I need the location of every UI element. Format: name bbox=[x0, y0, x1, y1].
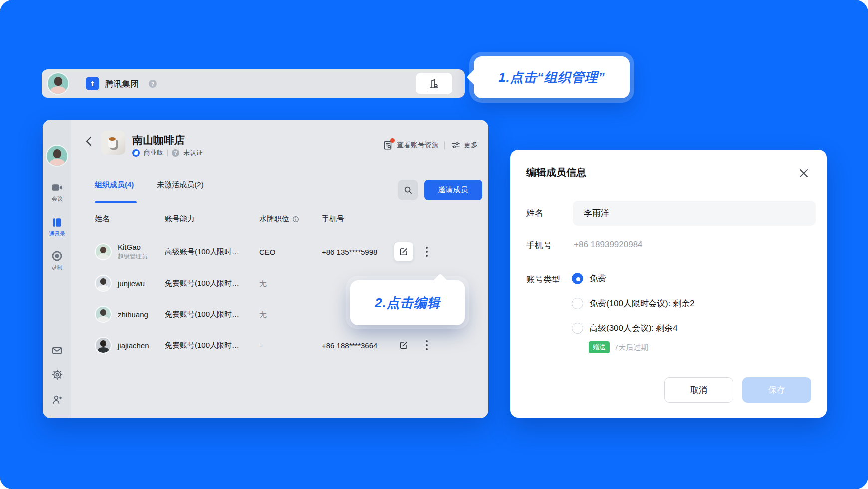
name-input[interactable]: 李雨洋 bbox=[573, 201, 816, 226]
app-sidebar: 会议 通讯录 录制 bbox=[43, 120, 71, 418]
member-ability: 高级账号(100人限时… bbox=[165, 247, 259, 257]
org-badges: 商业版 ? 未认证 bbox=[132, 148, 203, 157]
radio-selected-icon[interactable] bbox=[572, 273, 583, 284]
edit-member-dialog: 编辑成员信息 姓名 李雨洋 手机号 +86 18939920984 账号类型 免… bbox=[510, 150, 827, 418]
sidebar-item-meeting[interactable]: 会议 bbox=[43, 181, 71, 203]
edit-member-button[interactable] bbox=[394, 242, 413, 261]
gear-icon bbox=[51, 369, 63, 381]
header-name: 姓名 bbox=[95, 214, 165, 224]
active-tab-underline bbox=[95, 201, 137, 203]
tab-inactive-members[interactable]: 未激活成员(2) bbox=[157, 180, 203, 190]
coffee-avatar bbox=[101, 131, 125, 155]
view-resources-label: 查看账号资源 bbox=[397, 141, 438, 150]
sidebar-mail-button[interactable] bbox=[43, 345, 71, 356]
table-row: zhihuang 免费账号(100人限时… 无 bbox=[95, 300, 394, 328]
view-account-resources-button[interactable]: 查看账号资源 bbox=[383, 140, 438, 151]
kebab-menu-button[interactable] bbox=[421, 336, 432, 355]
header-phone: 手机号 bbox=[322, 214, 394, 224]
back-button[interactable] bbox=[84, 135, 95, 148]
app-background: 腾讯集团 ? 1.点击“组织管理” 会议 bbox=[0, 0, 868, 489]
radio-option-free[interactable]: 免费 bbox=[572, 273, 606, 284]
save-button[interactable]: 保存 bbox=[742, 377, 811, 403]
radio-option-premium[interactable]: 高级(300人会议): 剩余4 bbox=[572, 323, 678, 334]
tooltip-step2: 2.点击编辑 bbox=[350, 280, 465, 325]
edit-member-button[interactable] bbox=[394, 336, 413, 355]
edit-icon bbox=[399, 247, 409, 257]
radio-option-label: 免费 bbox=[589, 273, 606, 284]
org-name: 腾讯集团 bbox=[105, 78, 139, 90]
divider bbox=[444, 141, 445, 149]
divider bbox=[167, 150, 168, 156]
member-position: 无 bbox=[259, 279, 322, 288]
camera-icon bbox=[51, 181, 63, 194]
header-actions: 查看账号资源 更多 bbox=[383, 140, 478, 151]
dialog-title: 编辑成员信息 bbox=[526, 166, 586, 179]
doc-search-icon bbox=[383, 140, 394, 151]
radio-unselected-icon[interactable] bbox=[572, 298, 583, 309]
invite-member-button[interactable]: 邀请成员 bbox=[424, 180, 482, 200]
organization-management-button[interactable] bbox=[416, 73, 452, 94]
kebab-icon bbox=[425, 246, 428, 257]
table-row: junjiewu 免费账号(100人限时… 无 bbox=[95, 269, 394, 298]
kebab-icon bbox=[425, 340, 428, 351]
search-icon bbox=[403, 185, 413, 195]
gift-badge: 赠送 bbox=[589, 341, 610, 353]
top-bar: 腾讯集团 ? bbox=[42, 69, 465, 98]
back-icon bbox=[84, 135, 95, 148]
sidebar-settings-button[interactable] bbox=[43, 369, 71, 381]
more-button[interactable]: 更多 bbox=[451, 140, 478, 150]
user-avatar[interactable] bbox=[47, 72, 69, 95]
kebab-menu-button[interactable] bbox=[421, 242, 432, 261]
member-phone: +86 188****3664 bbox=[322, 341, 394, 350]
main-window: 会议 通讯录 录制 bbox=[43, 120, 488, 418]
info-icon[interactable] bbox=[292, 215, 300, 223]
notification-dot bbox=[390, 138, 395, 143]
account-type-label: 账号类型 bbox=[526, 274, 560, 285]
verify-badge: 未认证 bbox=[183, 148, 203, 157]
member-avatar bbox=[95, 306, 112, 323]
business-version-icon bbox=[132, 149, 140, 157]
phone-value: +86 18939920984 bbox=[574, 240, 643, 250]
tooltip-step1: 1.点击“组织管理” bbox=[474, 56, 630, 98]
radio-option-label: 免费(100人限时会议): 剩余2 bbox=[589, 298, 695, 309]
radio-option-label: 高级(300人会议): 剩余4 bbox=[589, 323, 678, 334]
member-name: jiajiachen bbox=[118, 341, 149, 350]
tab-org-members[interactable]: 组织成员(4) bbox=[95, 180, 134, 190]
organization-icon bbox=[428, 77, 440, 90]
member-role: 超级管理员 bbox=[118, 252, 148, 261]
edit-icon bbox=[399, 340, 409, 350]
radio-option-free-limited[interactable]: 免费(100人限时会议): 剩余2 bbox=[572, 298, 695, 309]
page-title: 南山咖啡店 bbox=[132, 133, 185, 147]
sidebar-switch-account-button[interactable] bbox=[43, 394, 71, 406]
cancel-button[interactable]: 取消 bbox=[664, 377, 733, 403]
member-ability: 免费账号(100人限时… bbox=[165, 341, 259, 350]
radio-unselected-icon[interactable] bbox=[572, 323, 583, 334]
member-name: KitGao bbox=[118, 243, 148, 251]
member-position: CEO bbox=[259, 248, 322, 256]
phone-field-label: 手机号 bbox=[526, 240, 552, 251]
sidebar-item-recording[interactable]: 录制 bbox=[43, 250, 71, 271]
mail-icon bbox=[51, 345, 63, 356]
member-phone: +86 135****5998 bbox=[322, 248, 394, 256]
member-ability: 免费账号(100人限时… bbox=[165, 279, 259, 288]
sidebar-item-label: 录制 bbox=[52, 264, 63, 271]
name-field-label: 姓名 bbox=[526, 207, 543, 219]
close-icon bbox=[798, 167, 810, 179]
sidebar-item-label: 会议 bbox=[52, 195, 63, 203]
member-name: junjiewu bbox=[118, 279, 145, 288]
more-label: 更多 bbox=[464, 141, 478, 150]
member-avatar bbox=[95, 243, 112, 260]
member-avatar bbox=[95, 337, 112, 354]
dialog-close-button[interactable] bbox=[798, 167, 810, 179]
table-row: KitGao 超级管理员 高级账号(100人限时… CEO +86 135***… bbox=[95, 237, 432, 266]
unverified-seal-icon: ? bbox=[172, 149, 179, 157]
sidebar-item-contacts[interactable]: 通讯录 bbox=[43, 216, 71, 238]
sidebar-avatar[interactable] bbox=[46, 145, 68, 167]
member-position: - bbox=[259, 341, 322, 350]
help-seal-icon[interactable]: ? bbox=[149, 80, 157, 88]
search-button[interactable] bbox=[398, 180, 418, 200]
contacts-book-icon bbox=[51, 216, 63, 229]
header-position: 水牌职位 bbox=[259, 214, 289, 224]
gift-info: 赠送 7天后过期 bbox=[589, 341, 648, 353]
member-avatar bbox=[95, 275, 112, 292]
